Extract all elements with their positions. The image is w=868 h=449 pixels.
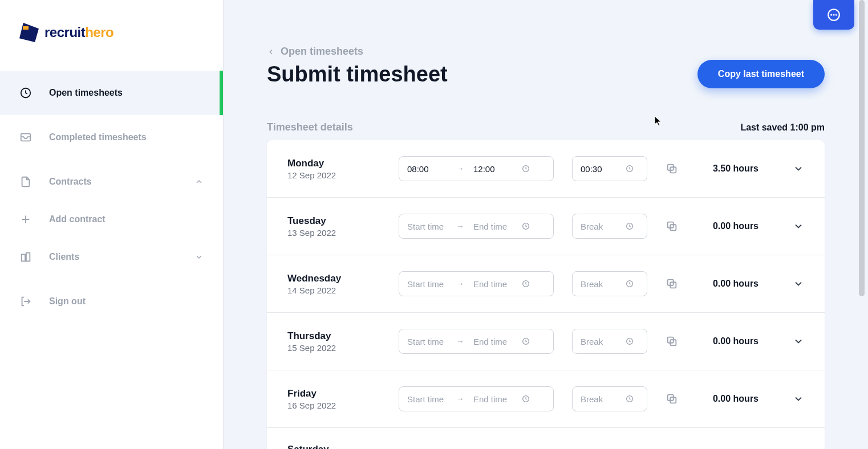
hours-total: 3.50 hours <box>713 164 759 174</box>
hours-total: 0.00 hours <box>713 336 759 346</box>
break-input[interactable] <box>573 394 625 404</box>
break-input[interactable] <box>573 337 625 346</box>
hours-total: 0.00 hours <box>713 221 759 231</box>
time-inputs: → 0.00 hours <box>399 271 804 296</box>
chevron-left-icon <box>267 48 275 56</box>
main-content: Open timesheets Submit timesheet Copy la… <box>224 0 868 449</box>
sidebar-item-add-contract[interactable]: Add contract <box>0 204 223 235</box>
copy-slot <box>666 277 678 290</box>
day-info: Tuesday 13 Sep 2022 <box>287 215 387 238</box>
logo-text: recruithero <box>44 25 113 40</box>
start-time-input[interactable] <box>399 164 455 174</box>
svg-rect-2 <box>22 254 25 261</box>
time-range-field: → <box>399 156 554 181</box>
sidebar-label: Contracts <box>49 177 92 187</box>
last-saved-text: Last saved 1:00 pm <box>740 123 825 133</box>
chevron-up-icon <box>194 177 204 186</box>
copy-slot <box>666 162 678 175</box>
arrow-right-icon: → <box>455 164 465 173</box>
breadcrumb[interactable]: Open timesheets <box>267 46 825 58</box>
scrollbar-thumb[interactable] <box>859 0 865 296</box>
timesheet-card: Monday 12 Sep 2022 → 3.50 hours Tuesday <box>267 140 825 449</box>
day-name: Saturday <box>287 444 387 449</box>
start-time-input[interactable] <box>399 337 455 346</box>
sidebar-label: Open timesheets <box>49 88 123 98</box>
clock-icon <box>521 222 530 231</box>
svg-rect-3 <box>26 253 30 262</box>
brand-logo[interactable]: recruithero <box>0 0 223 65</box>
start-time-input[interactable] <box>399 222 455 231</box>
day-row: Saturday 17 Sep 2022 WEEKEND → 0.00 hour… <box>267 428 825 449</box>
day-date: 16 Sep 2022 <box>287 401 387 410</box>
section-header: Timesheet details Last saved 1:00 pm <box>267 121 825 133</box>
clock-icon <box>625 164 634 173</box>
arrow-right-icon: → <box>455 394 465 403</box>
end-time-input[interactable] <box>465 337 521 346</box>
sidebar-label: Clients <box>49 252 79 262</box>
svg-point-27 <box>831 14 832 15</box>
sidebar-item-open-timesheets[interactable]: Open timesheets <box>0 71 223 115</box>
page-title: Submit timesheet <box>267 62 448 87</box>
copy-icon[interactable] <box>666 220 678 232</box>
sidebar-label: Sign out <box>49 296 86 307</box>
sidebar-item-clients[interactable]: Clients <box>0 235 223 279</box>
hours-total: 0.00 hours <box>713 279 759 289</box>
chevron-down-icon[interactable] <box>793 221 804 232</box>
day-name: Thursday <box>287 330 387 342</box>
sidebar-item-contracts[interactable]: Contracts <box>0 160 223 204</box>
svg-point-29 <box>836 14 837 15</box>
plus-icon <box>19 213 32 226</box>
copy-icon[interactable] <box>666 335 678 348</box>
break-input[interactable] <box>573 164 625 174</box>
start-time-input[interactable] <box>399 394 455 404</box>
day-row: Friday 16 Sep 2022 → 0.00 hours <box>267 370 825 428</box>
day-row: Tuesday 13 Sep 2022 → 0.00 hours <box>267 198 825 255</box>
arrow-right-icon: → <box>455 279 465 288</box>
chevron-down-icon[interactable] <box>793 278 804 289</box>
break-field <box>572 271 647 296</box>
start-time-input[interactable] <box>399 279 455 289</box>
time-range-field: → <box>399 329 554 354</box>
inbox-icon <box>19 131 32 144</box>
day-row: Thursday 15 Sep 2022 → 0.00 hours <box>267 313 825 370</box>
sidebar-item-signout[interactable]: Sign out <box>0 279 223 324</box>
time-inputs: → 3.50 hours <box>399 156 804 181</box>
break-field <box>572 386 647 411</box>
chat-button[interactable] <box>813 0 854 30</box>
breadcrumb-text: Open timesheets <box>281 46 363 58</box>
clock-icon <box>521 164 530 173</box>
chevron-down-icon[interactable] <box>793 336 804 347</box>
chat-icon <box>826 7 841 22</box>
day-info: Monday 12 Sep 2022 <box>287 158 387 180</box>
day-info: Wednesday 14 Sep 2022 <box>287 273 387 295</box>
chevron-down-icon[interactable] <box>793 393 804 405</box>
clock-icon <box>521 279 530 288</box>
break-field <box>572 214 647 239</box>
sidebar-item-completed-timesheets[interactable]: Completed timesheets <box>0 115 223 160</box>
time-inputs: → 0.00 hours <box>399 329 804 354</box>
time-inputs: → 0.00 hours <box>399 214 804 239</box>
end-time-input[interactable] <box>465 279 521 289</box>
copy-icon[interactable] <box>666 393 678 405</box>
end-time-input[interactable] <box>465 222 521 231</box>
chevron-down-icon[interactable] <box>793 163 804 174</box>
time-inputs: → 0.00 hours <box>399 386 804 411</box>
copy-icon[interactable] <box>666 162 678 175</box>
copy-icon[interactable] <box>666 277 678 290</box>
chevron-down-icon <box>194 252 204 262</box>
clock-icon <box>19 87 32 99</box>
end-time-input[interactable] <box>465 164 521 174</box>
day-info: Friday 16 Sep 2022 <box>287 388 387 410</box>
hours-total: 0.00 hours <box>713 394 759 404</box>
break-input[interactable] <box>573 222 625 231</box>
break-field <box>572 329 647 354</box>
end-time-input[interactable] <box>465 394 521 404</box>
clock-icon <box>625 279 634 288</box>
day-row: Monday 12 Sep 2022 → 3.50 hours <box>267 140 825 198</box>
clock-icon <box>521 394 530 403</box>
copy-last-timesheet-button[interactable]: Copy last timesheet <box>697 60 825 88</box>
day-date: 15 Sep 2022 <box>287 343 387 353</box>
scrollbar[interactable] <box>858 0 866 449</box>
break-input[interactable] <box>573 279 625 289</box>
logo-mark-icon <box>19 23 39 42</box>
